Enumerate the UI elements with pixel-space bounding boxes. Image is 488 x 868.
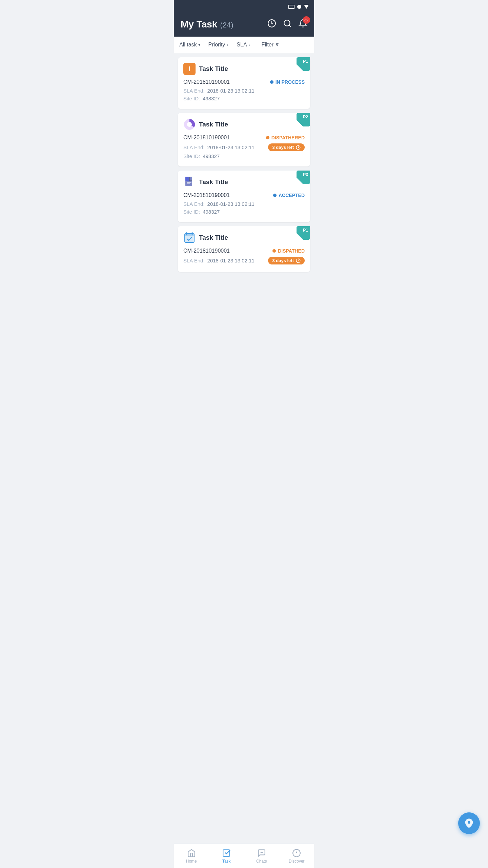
sla-row-1: SLA End: 2018-01-23 13:02:11 — [183, 88, 305, 94]
priority-badge-3: P3 — [297, 171, 310, 184]
task-title-2: Task Title — [199, 121, 228, 128]
sla-label-2: SLA End: — [183, 144, 205, 150]
sla-value-1: 2018-01-23 13:02:11 — [207, 88, 255, 94]
nav-discover[interactable]: Discover — [279, 846, 314, 866]
days-left-2: 3 days left — [268, 143, 305, 151]
signal-icon — [297, 5, 301, 9]
site-value-2: 498327 — [203, 153, 220, 159]
priority-text-3: P3 — [303, 171, 310, 177]
search-button[interactable] — [283, 19, 292, 30]
days-left-text-4: 3 days left — [272, 258, 294, 263]
nav-task-label: Task — [222, 859, 231, 864]
task-card-3[interactable]: P3 Task Title CM-201810190001 ACCEPTED S… — [178, 171, 310, 222]
svg-line-2 — [289, 25, 291, 27]
header-icons: 32 — [267, 19, 307, 30]
sla-left-3: SLA End: 2018-01-23 13:02:11 — [183, 201, 255, 207]
status-text-2: DISPATHERED — [271, 135, 305, 140]
task-id-row-4: CM-201810190001 DISPATHED — [183, 248, 305, 254]
task-icon-doc — [183, 176, 196, 188]
priority-badge-2: P2 — [297, 113, 310, 126]
nav-home-label: Home — [186, 859, 197, 864]
priority-label: Priority — [208, 42, 225, 48]
task-icon-warning: ! — [183, 63, 196, 75]
task-id-3: CM-201810190001 — [183, 192, 230, 198]
sla-row-2: SLA End: 2018-01-23 13:02:11 3 days left — [183, 143, 305, 151]
status-1: IN PROCESS — [270, 79, 305, 85]
priority-text-2: P2 — [303, 113, 310, 119]
task-header-3: Task Title — [183, 176, 291, 188]
filter-icon: ⛛ — [275, 42, 280, 47]
filter-bar: All task ▾ Priority ↓ SLA ↓ Filter ⛛ — [174, 37, 314, 53]
task-card-2[interactable]: P2 Task Title CM-201810190001 DISPATHERE… — [178, 113, 310, 166]
sla-row-3: SLA End: 2018-01-23 13:02:11 — [183, 201, 305, 207]
sla-arrow: ↓ — [248, 42, 250, 47]
status-bar — [174, 0, 314, 14]
nav-task[interactable]: Task — [209, 846, 244, 866]
nav-chats[interactable]: Chats — [244, 846, 279, 866]
task-icon-pie — [183, 118, 196, 131]
notification-badge: 32 — [303, 16, 310, 24]
task-title-4: Task Title — [199, 234, 228, 241]
task-id-1: CM-201810190001 — [183, 79, 230, 85]
all-task-filter[interactable]: All task ▾ — [179, 42, 204, 48]
status-dot-3 — [273, 194, 277, 197]
filter-label: Filter — [262, 42, 274, 48]
priority-badge-1: P1 — [297, 57, 310, 71]
task-list: P1 ! Task Title CM-201810190001 IN PROCE… — [174, 53, 314, 307]
nav-chats-label: Chats — [256, 859, 267, 864]
task-header-2: Task Title — [183, 118, 291, 131]
home-icon — [187, 849, 196, 857]
priority-text-1: P1 — [303, 57, 310, 64]
task-header-4: Task Title — [183, 232, 291, 244]
site-value-3: 498327 — [203, 209, 220, 215]
status-text-1: IN PROCESS — [276, 79, 305, 85]
bottom-nav: Home Task Chats Discover — [174, 844, 314, 868]
days-left-4: 3 days left — [268, 257, 305, 264]
sla-label-1: SLA End: — [183, 88, 205, 94]
filter-divider — [256, 41, 256, 48]
history-button[interactable] — [267, 19, 276, 30]
nav-home[interactable]: Home — [174, 846, 209, 866]
task-card-1[interactable]: P1 ! Task Title CM-201810190001 IN PROCE… — [178, 57, 310, 109]
site-left-3: Site ID: 498327 — [183, 209, 220, 215]
sla-label: SLA — [237, 42, 247, 48]
task-id-row-2: CM-201810190001 DISPATHERED — [183, 135, 305, 141]
task-id-2: CM-201810190001 — [183, 135, 230, 141]
task-title-1: Task Title — [199, 65, 228, 73]
task-count: (24) — [220, 21, 233, 29]
status-text-3: ACCEPTED — [279, 193, 305, 198]
site-label-3: Site ID: — [183, 209, 200, 215]
sla-left-2: SLA End: 2018-01-23 13:02:11 — [183, 144, 255, 150]
sla-value-2: 2018-01-23 13:02:11 — [207, 144, 255, 150]
nav-discover-label: Discover — [289, 859, 305, 864]
priority-text-4: P1 — [303, 226, 310, 233]
task-title-3: Task Title — [199, 178, 228, 186]
priority-filter[interactable]: Priority ↓ — [204, 42, 233, 48]
site-row-3: Site ID: 498327 — [183, 209, 305, 215]
svg-point-4 — [187, 122, 192, 127]
site-label-1: Site ID: — [183, 96, 200, 101]
task-icon-check — [183, 232, 196, 244]
site-left-1: Site ID: 498327 — [183, 96, 220, 101]
header: My Task (24) 32 — [174, 14, 314, 37]
filter-button[interactable]: Filter ⛛ — [258, 42, 284, 48]
all-task-label: All task — [179, 42, 197, 48]
app-title: My Task — [181, 19, 217, 30]
svg-rect-17 — [223, 850, 230, 856]
status-dot-1 — [270, 80, 273, 84]
status-dot-2 — [266, 136, 269, 139]
task-header-1: ! Task Title — [183, 63, 291, 75]
priority-badge-4: P1 — [297, 226, 310, 240]
sla-filter[interactable]: SLA ↓ — [232, 42, 254, 48]
task-id-4: CM-201810190001 — [183, 248, 230, 254]
task-card-4[interactable]: P1 Task Title CM-201810190001 DISPATHED — [178, 226, 310, 272]
notification-button[interactable]: 32 — [299, 19, 307, 30]
status-4: DISPATHED — [272, 248, 305, 254]
site-row-2: Site ID: 498327 — [183, 153, 305, 159]
sla-value-3: 2018-01-23 13:02:11 — [207, 201, 255, 207]
status-text-4: DISPATHED — [278, 248, 305, 254]
status-2: DISPATHERED — [266, 135, 305, 140]
sla-left-4: SLA End: 2018-01-23 13:02:11 — [183, 258, 255, 263]
sla-label-3: SLA End: — [183, 201, 205, 207]
svg-rect-9 — [187, 183, 190, 184]
